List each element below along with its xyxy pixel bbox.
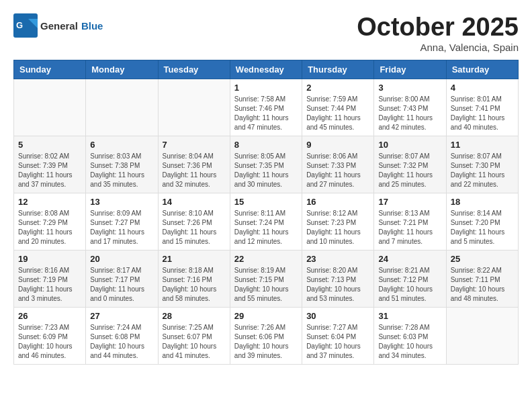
calendar-cell <box>86 79 158 136</box>
column-header-thursday: Thursday <box>302 60 374 79</box>
day-info: Sunrise: 8:03 AMSunset: 7:38 PMDaylight:… <box>90 152 153 189</box>
day-number: 22 <box>234 254 298 264</box>
day-info: Sunrise: 8:14 AMSunset: 7:20 PMDaylight:… <box>451 209 514 246</box>
calendar-cell: 20Sunrise: 8:17 AMSunset: 7:17 PMDayligh… <box>86 250 158 307</box>
calendar-cell: 6Sunrise: 8:03 AMSunset: 7:38 PMDaylight… <box>86 136 158 193</box>
day-info: Sunrise: 7:58 AMSunset: 7:46 PMDaylight:… <box>234 95 298 132</box>
calendar-cell: 17Sunrise: 8:13 AMSunset: 7:21 PMDayligh… <box>374 193 446 250</box>
day-number: 14 <box>163 197 226 207</box>
calendar-cell: 21Sunrise: 8:18 AMSunset: 7:16 PMDayligh… <box>158 250 230 307</box>
day-info: Sunrise: 8:16 AMSunset: 7:19 PMDaylight:… <box>18 266 81 304</box>
calendar-cell: 23Sunrise: 8:20 AMSunset: 7:13 PMDayligh… <box>302 250 374 307</box>
calendar-cell: 29Sunrise: 7:26 AMSunset: 6:06 PMDayligh… <box>230 307 302 364</box>
day-info: Sunrise: 8:11 AMSunset: 7:24 PMDaylight:… <box>234 209 298 246</box>
calendar-cell: 28Sunrise: 7:25 AMSunset: 6:07 PMDayligh… <box>158 307 230 364</box>
day-info: Sunrise: 8:00 AMSunset: 7:43 PMDaylight:… <box>378 95 441 132</box>
day-info: Sunrise: 8:12 AMSunset: 7:23 PMDaylight:… <box>306 209 369 246</box>
calendar-cell: 4Sunrise: 8:01 AMSunset: 7:41 PMDaylight… <box>446 79 518 136</box>
day-number: 24 <box>378 254 441 264</box>
day-info: Sunrise: 8:08 AMSunset: 7:29 PMDaylight:… <box>18 209 81 246</box>
day-number: 13 <box>90 197 153 207</box>
calendar-cell <box>158 79 230 136</box>
day-info: Sunrise: 7:23 AMSunset: 6:09 PMDaylight:… <box>18 323 81 361</box>
calendar-table: SundayMondayTuesdayWednesdayThursdayFrid… <box>13 60 519 365</box>
day-number: 28 <box>163 311 226 321</box>
day-info: Sunrise: 8:21 AMSunset: 7:12 PMDaylight:… <box>378 266 441 304</box>
day-number: 5 <box>18 140 81 150</box>
calendar-cell: 8Sunrise: 8:05 AMSunset: 7:35 PMDaylight… <box>230 136 302 193</box>
month-title: October 2025 <box>357 13 519 42</box>
calendar-cell: 11Sunrise: 8:07 AMSunset: 7:30 PMDayligh… <box>446 136 518 193</box>
calendar-cell: 22Sunrise: 8:19 AMSunset: 7:15 PMDayligh… <box>230 250 302 307</box>
day-info: Sunrise: 8:05 AMSunset: 7:35 PMDaylight:… <box>234 152 298 189</box>
day-number: 6 <box>90 140 153 150</box>
svg-text:G: G <box>16 20 23 30</box>
calendar-cell: 3Sunrise: 8:00 AMSunset: 7:43 PMDaylight… <box>374 79 446 136</box>
calendar-cell: 5Sunrise: 8:02 AMSunset: 7:39 PMDaylight… <box>14 136 86 193</box>
day-number: 12 <box>18 197 81 207</box>
calendar-cell: 25Sunrise: 8:22 AMSunset: 7:11 PMDayligh… <box>446 250 518 307</box>
day-info: Sunrise: 7:24 AMSunset: 6:08 PMDaylight:… <box>90 323 153 361</box>
day-number: 17 <box>378 197 441 207</box>
day-info: Sunrise: 8:18 AMSunset: 7:16 PMDaylight:… <box>163 266 226 304</box>
page-header: G General Blue October 2025 Anna, Valenc… <box>13 13 519 53</box>
column-header-saturday: Saturday <box>446 60 518 79</box>
day-number: 26 <box>18 311 81 321</box>
title-block: October 2025 Anna, Valencia, Spain <box>357 13 519 53</box>
day-info: Sunrise: 7:28 AMSunset: 6:03 PMDaylight:… <box>378 323 441 361</box>
day-number: 10 <box>378 140 441 150</box>
day-number: 7 <box>163 140 226 150</box>
logo: G General Blue <box>13 13 103 38</box>
calendar-cell: 26Sunrise: 7:23 AMSunset: 6:09 PMDayligh… <box>14 307 86 364</box>
day-number: 15 <box>234 197 298 207</box>
calendar-cell: 30Sunrise: 7:27 AMSunset: 6:04 PMDayligh… <box>302 307 374 364</box>
column-header-wednesday: Wednesday <box>230 60 302 79</box>
calendar-week-1: 1Sunrise: 7:58 AMSunset: 7:46 PMDaylight… <box>14 79 519 136</box>
logo-general-text: General <box>40 20 78 32</box>
day-number: 23 <box>306 254 369 264</box>
calendar-cell: 7Sunrise: 8:04 AMSunset: 7:36 PMDaylight… <box>158 136 230 193</box>
calendar-header-row: SundayMondayTuesdayWednesdayThursdayFrid… <box>14 60 519 79</box>
day-info: Sunrise: 8:09 AMSunset: 7:27 PMDaylight:… <box>90 209 153 246</box>
calendar-cell: 19Sunrise: 8:16 AMSunset: 7:19 PMDayligh… <box>14 250 86 307</box>
day-number: 27 <box>90 311 153 321</box>
calendar-cell: 27Sunrise: 7:24 AMSunset: 6:08 PMDayligh… <box>86 307 158 364</box>
day-number: 1 <box>234 83 298 93</box>
day-number: 2 <box>306 83 369 93</box>
column-header-tuesday: Tuesday <box>158 60 230 79</box>
calendar-cell: 10Sunrise: 8:07 AMSunset: 7:32 PMDayligh… <box>374 136 446 193</box>
logo-icon: G <box>13 13 38 38</box>
calendar-cell: 24Sunrise: 8:21 AMSunset: 7:12 PMDayligh… <box>374 250 446 307</box>
column-header-friday: Friday <box>374 60 446 79</box>
column-header-monday: Monday <box>86 60 158 79</box>
day-number: 30 <box>306 311 369 321</box>
day-info: Sunrise: 8:04 AMSunset: 7:36 PMDaylight:… <box>163 152 226 189</box>
calendar-cell: 13Sunrise: 8:09 AMSunset: 7:27 PMDayligh… <box>86 193 158 250</box>
day-info: Sunrise: 8:01 AMSunset: 7:41 PMDaylight:… <box>451 95 514 132</box>
day-number: 11 <box>451 140 514 150</box>
column-header-sunday: Sunday <box>14 60 86 79</box>
day-info: Sunrise: 8:13 AMSunset: 7:21 PMDaylight:… <box>378 209 441 246</box>
day-number: 21 <box>163 254 226 264</box>
calendar-week-5: 26Sunrise: 7:23 AMSunset: 6:09 PMDayligh… <box>14 307 519 364</box>
day-number: 4 <box>451 83 514 93</box>
calendar-cell: 14Sunrise: 8:10 AMSunset: 7:26 PMDayligh… <box>158 193 230 250</box>
location-subtitle: Anna, Valencia, Spain <box>357 42 519 53</box>
calendar-cell: 9Sunrise: 8:06 AMSunset: 7:33 PMDaylight… <box>302 136 374 193</box>
calendar-cell: 2Sunrise: 7:59 AMSunset: 7:44 PMDaylight… <box>302 79 374 136</box>
day-info: Sunrise: 8:07 AMSunset: 7:30 PMDaylight:… <box>451 152 514 189</box>
calendar-cell: 16Sunrise: 8:12 AMSunset: 7:23 PMDayligh… <box>302 193 374 250</box>
calendar-cell: 15Sunrise: 8:11 AMSunset: 7:24 PMDayligh… <box>230 193 302 250</box>
day-number: 31 <box>378 311 441 321</box>
day-info: Sunrise: 8:07 AMSunset: 7:32 PMDaylight:… <box>378 152 441 189</box>
day-number: 29 <box>234 311 298 321</box>
logo-blue-text: Blue <box>81 20 103 32</box>
calendar-week-2: 5Sunrise: 8:02 AMSunset: 7:39 PMDaylight… <box>14 136 519 193</box>
day-info: Sunrise: 8:06 AMSunset: 7:33 PMDaylight:… <box>306 152 369 189</box>
day-info: Sunrise: 7:27 AMSunset: 6:04 PMDaylight:… <box>306 323 369 361</box>
calendar-cell <box>446 307 518 364</box>
calendar-cell: 31Sunrise: 7:28 AMSunset: 6:03 PMDayligh… <box>374 307 446 364</box>
day-info: Sunrise: 8:02 AMSunset: 7:39 PMDaylight:… <box>18 152 81 189</box>
day-info: Sunrise: 8:22 AMSunset: 7:11 PMDaylight:… <box>451 266 514 304</box>
day-info: Sunrise: 8:10 AMSunset: 7:26 PMDaylight:… <box>163 209 226 246</box>
